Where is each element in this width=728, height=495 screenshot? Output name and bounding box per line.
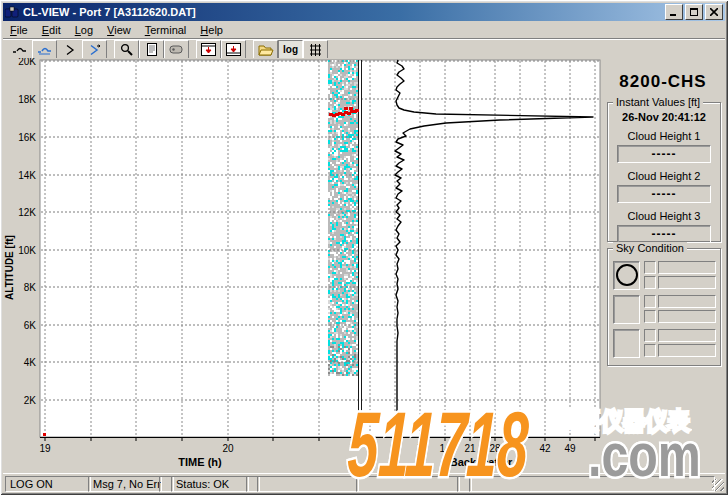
instant-values-group: Instant Values [ft] 26-Nov 20:41:12 Clou… <box>607 102 721 242</box>
toolbar: log <box>3 39 725 59</box>
clear-sky-circle-icon <box>616 264 638 286</box>
sky-height-box-1b <box>658 276 716 289</box>
signal-color-icon <box>88 44 102 56</box>
altitude-tick: 2K <box>6 395 36 406</box>
window-title: CL-VIEW - Port 7 [A3112620.DAT] <box>23 6 196 18</box>
cl-view-window: { "window": { "title": "CL-VIEW - Port 7… <box>0 0 728 495</box>
altitude-tick: 4K <box>6 357 36 368</box>
backscatter-axis-title: Backscatter <box>441 456 521 468</box>
sky-symbol-box-1 <box>613 261 640 290</box>
backscatter-tick: 28 <box>482 443 508 454</box>
instant-timestamp: 26-Nov 20:41:12 <box>608 111 720 123</box>
cloud-height-value-2: ----- <box>617 185 711 203</box>
sky-condition-row-1 <box>613 261 717 289</box>
profile-mono-button[interactable] <box>7 40 32 60</box>
status-cell-empty <box>469 476 715 492</box>
cloud-height-value-3: ----- <box>617 225 711 243</box>
sky-height-box-3b <box>658 344 716 357</box>
device-title: 8200-CHS <box>602 72 724 92</box>
grid-toggle-icon <box>309 44 322 56</box>
cloud-height-label-2: Cloud Height 2 <box>608 170 720 182</box>
cloud-height-label-1: Cloud Height 1 <box>608 130 720 142</box>
time-axis-title: TIME (h) <box>160 456 240 468</box>
menubar: FileEditLogViewTerminalHelp <box>3 21 725 39</box>
menu-item-file[interactable]: File <box>3 22 35 38</box>
signal-mono-button[interactable] <box>57 40 82 60</box>
sky-condition-row-2 <box>613 295 717 323</box>
backscatter-tick: 49 <box>557 443 583 454</box>
menu-item-view[interactable]: View <box>100 22 138 38</box>
instant-values-legend: Instant Values [ft] <box>613 96 703 108</box>
signal-color-button[interactable] <box>82 40 107 60</box>
altitude-tick: 16K <box>6 132 36 143</box>
open-file-button[interactable] <box>253 40 278 60</box>
signal-mono-icon <box>64 44 76 56</box>
backscatter-tick: 42 <box>532 443 558 454</box>
sky-condition-legend: Sky Condition <box>613 242 687 254</box>
zoom-icon <box>120 43 133 56</box>
app-icon <box>5 6 19 19</box>
backscatter-tick: 35 <box>507 443 533 454</box>
grid-toggle-button[interactable] <box>303 40 328 60</box>
cloud-height-label-3: Cloud Height 3 <box>608 210 720 222</box>
sky-amount-box-1a <box>644 261 656 274</box>
scale-upper-button[interactable] <box>196 40 221 60</box>
sky-condition-group: Sky Condition <box>607 248 721 366</box>
close-button[interactable] <box>705 4 723 20</box>
sky-symbol-box-2 <box>613 295 640 324</box>
status-cell-status: Status: OK <box>171 476 249 492</box>
terminal-tool-icon <box>169 44 184 55</box>
profile-mono-icon <box>12 44 27 56</box>
sky-amount-box-1b <box>644 276 656 289</box>
titlebar[interactable]: CL-VIEW - Port 7 [A3112620.DAT] <box>3 3 725 21</box>
sky-amount-box-2b <box>644 310 656 323</box>
maximize-button[interactable] <box>685 4 703 20</box>
scale-lower-button[interactable] <box>221 40 246 60</box>
menu-item-help[interactable]: Help <box>193 22 230 38</box>
status-cell-log: LOG ON <box>5 476 91 492</box>
report-button[interactable] <box>139 40 164 60</box>
sky-amount-box-3a <box>644 329 656 342</box>
sky-amount-box-2a <box>644 295 656 308</box>
sky-symbol-box-3 <box>613 329 640 358</box>
log-toggle-label: log <box>283 44 298 55</box>
menu-item-terminal[interactable]: Terminal <box>138 22 194 38</box>
status-cell-empty <box>356 476 460 492</box>
log-toggle-button[interactable]: log <box>278 40 303 60</box>
altitude-tick: 14K <box>6 170 36 181</box>
open-file-icon <box>258 44 274 56</box>
cloud-height-value-1: ----- <box>617 145 711 163</box>
sky-height-box-3a <box>658 329 716 342</box>
minimize-button[interactable] <box>665 4 683 20</box>
altitude-tick: 18K <box>6 94 36 105</box>
menu-item-log[interactable]: Log <box>68 22 100 38</box>
status-cell-msg: Msg 7, No Errors <box>88 476 162 492</box>
profile-color-button[interactable] <box>32 40 57 60</box>
status-cell-empty <box>257 476 359 492</box>
scale-lower-icon <box>226 43 241 56</box>
profile-color-icon <box>37 44 52 56</box>
time-tick: 20 <box>215 443 241 454</box>
backscatter-tick: 0 <box>382 443 408 454</box>
backscatter-tick: 7 <box>407 443 433 454</box>
menu-item-edit[interactable]: Edit <box>35 22 68 38</box>
terminal-tool-button[interactable] <box>164 40 189 60</box>
sky-height-box-2b <box>658 310 716 323</box>
zoom-button[interactable] <box>114 40 139 60</box>
report-icon <box>146 43 158 56</box>
backscatter-tick: 14 <box>432 443 458 454</box>
altitude-axis-title: ALTITUDE [ft] <box>4 213 15 323</box>
sky-amount-box-3b <box>644 344 656 357</box>
scale-upper-icon <box>201 43 216 56</box>
right-panel: 8200-CHS Instant Values [ft] 26-Nov 20:4… <box>602 58 724 474</box>
sky-height-box-1a <box>658 261 716 274</box>
sky-condition-row-3 <box>613 329 717 357</box>
altitude-tick: 20K <box>6 58 36 67</box>
chart-area: 20K18K16K14K12K10K8K6K4K2K19200714212835… <box>3 58 725 474</box>
backscatter-tick: 21 <box>457 443 483 454</box>
statusbar: LOG ONMsg 7, No ErrorsStatus: OK <box>3 473 725 492</box>
cloud-height-fields: Cloud Height 1-----Cloud Height 2-----Cl… <box>608 130 720 243</box>
sky-height-box-2a <box>658 295 716 308</box>
time-tick: 19 <box>32 443 58 454</box>
